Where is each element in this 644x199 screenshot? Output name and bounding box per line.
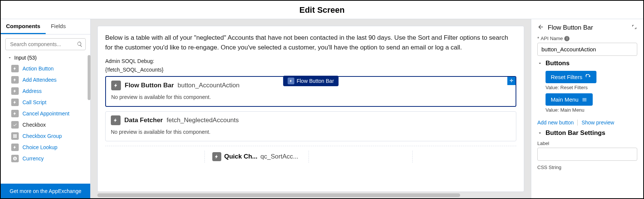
card-title: Data Fetcher (124, 117, 163, 124)
section-label: Buttons (546, 60, 569, 67)
category-input[interactable]: Input (53) (1, 53, 90, 63)
canvas: Below is a table with all of your "negle… (91, 19, 531, 199)
card-api-name: button_AccountAction (177, 82, 239, 89)
tab-fields[interactable]: Fields (46, 19, 71, 34)
expand-icon[interactable] (631, 24, 637, 31)
lightning-icon (111, 115, 121, 125)
component-item[interactable]: Currency (1, 153, 90, 164)
canvas-h-scrollbar[interactable] (97, 193, 460, 197)
search-input[interactable] (5, 38, 86, 50)
component-item-label: Checkbox (22, 122, 46, 128)
row-cell[interactable] (417, 151, 516, 163)
buttons-section-header[interactable]: Buttons (537, 60, 637, 67)
component-item[interactable]: Action Button (1, 63, 90, 74)
api-name-label: * API Name i (537, 36, 637, 41)
component-item-label: Add Attendees (22, 77, 57, 83)
data-fetcher-card[interactable]: Data Fetcher fetch_NeglectedAccounts No … (105, 111, 516, 141)
main-menu-button[interactable]: Main Menu (546, 93, 593, 106)
debug-value: {!fetch_SOQL_Accounts} (105, 66, 516, 74)
search-icon (77, 41, 83, 47)
lightning-icon (11, 99, 19, 106)
no-preview-text: No preview is available for this compone… (111, 129, 511, 135)
screen-card: Below is a table with all of your "negle… (97, 26, 524, 192)
left-tabs: Components Fields (1, 19, 90, 34)
lightning-icon (11, 110, 19, 117)
component-item-label: Cancel Appointment (22, 111, 69, 117)
api-name-input[interactable] (537, 43, 637, 56)
card-api-name: fetch_NeglectedAccounts (167, 117, 239, 124)
settings-section-header[interactable]: Button Bar Settings (537, 129, 637, 137)
grid-icon (11, 132, 19, 140)
component-item[interactable]: Call Script (1, 97, 90, 108)
lightning-icon (11, 76, 19, 84)
label-input[interactable] (537, 148, 637, 161)
canvas-h-scrollbar-track (97, 193, 524, 197)
component-item-label: Currency (22, 156, 44, 162)
show-preview-link[interactable]: Show preview (581, 120, 614, 126)
drag-pill[interactable]: Flow Button Bar (283, 76, 338, 86)
category-label: Input (53) (14, 55, 37, 61)
checkbox-icon (11, 121, 19, 129)
component-item-label: Choice Lookup (22, 144, 57, 150)
refresh-icon (585, 74, 591, 80)
component-item[interactable]: Checkbox (1, 119, 90, 130)
left-scrollbar[interactable] (88, 55, 91, 100)
properties-title: Flow Button Bar (548, 24, 628, 31)
search-box (5, 38, 86, 50)
lightning-icon (11, 144, 19, 151)
list-icon (581, 97, 587, 103)
intro-text: Below is a table with all of your "negle… (105, 33, 516, 52)
move-handle[interactable] (507, 77, 516, 85)
component-item[interactable]: Add Attendees (1, 74, 90, 85)
component-item[interactable]: Cancel Appointment (1, 108, 90, 119)
debug-label: Admin SOQL Debug: (105, 57, 516, 65)
tab-components[interactable]: Components (1, 19, 46, 34)
css-string-label: CSS String (537, 165, 637, 170)
button-value-text: Value: Reset Filters (546, 85, 637, 90)
back-button[interactable] (537, 24, 544, 32)
row-cell[interactable] (105, 151, 205, 163)
component-item-label: Action Button (22, 66, 54, 72)
component-item[interactable]: Choice Lookup (1, 142, 90, 153)
row-item-api: qc_SortAcc... (261, 153, 298, 160)
lightning-icon (11, 65, 19, 72)
reset-filters-button[interactable]: Reset Filters (546, 71, 596, 83)
button-label: Main Menu (551, 96, 578, 103)
row-cell[interactable] (313, 151, 413, 163)
chevron-down-icon (7, 55, 12, 60)
button-label: Reset Filters (551, 74, 582, 80)
chevron-down-icon (537, 61, 543, 66)
component-item[interactable]: Checkbox Group (1, 130, 90, 142)
separator (577, 120, 578, 126)
properties-panel: Flow Button Bar * API Name i Buttons Res… (531, 19, 643, 199)
label-field-label: Label (537, 141, 637, 146)
info-icon[interactable]: i (564, 36, 569, 41)
component-item-label: Address (22, 88, 42, 94)
page-title: Edit Screen (1, 1, 643, 19)
card-title: Flow Button Bar (125, 82, 174, 89)
no-preview-text: No preview is available for this compone… (111, 94, 510, 100)
row-cell[interactable]: Quick Ch... qc_SortAcc... (209, 151, 309, 163)
component-item-label: Checkbox Group (22, 133, 62, 139)
lightning-icon (212, 152, 221, 161)
component-item[interactable]: Address (1, 85, 90, 97)
chevron-down-icon (537, 130, 543, 136)
drag-pill-label: Flow Button Bar (297, 78, 334, 84)
lightning-icon (111, 81, 121, 90)
add-new-button-link[interactable]: Add new button (537, 120, 574, 126)
currency-icon (11, 155, 19, 162)
button-value-text: Value: Main Menu (546, 107, 637, 113)
appexchange-button[interactable]: Get more on the AppExchange (1, 184, 90, 199)
row-strip: Quick Ch... qc_SortAcc... (105, 146, 516, 163)
row-item-title: Quick Ch... (224, 153, 258, 160)
left-panel: Components Fields Input (53) Action Butt… (1, 19, 91, 199)
lightning-icon (11, 87, 19, 95)
section-label: Button Bar Settings (546, 129, 605, 137)
component-list: Action Button Add Attendees Address Call… (1, 63, 90, 167)
lightning-icon (288, 78, 294, 84)
component-item-label: Call Script (22, 99, 46, 105)
